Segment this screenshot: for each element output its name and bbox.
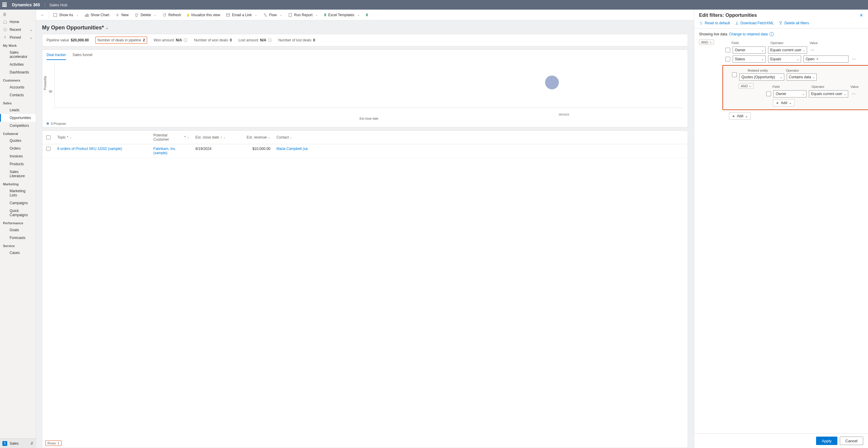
area-switcher[interactable]: S Sales ⇵ bbox=[0, 438, 36, 448]
retained-data-link[interactable]: Change to retained data bbox=[729, 32, 768, 36]
row-checkbox[interactable] bbox=[46, 147, 51, 151]
delete-button[interactable]: Delete⌄ bbox=[132, 12, 159, 18]
table-row[interactable]: 6 orders of Product SKU JJ202 (sample) F… bbox=[42, 144, 688, 158]
nav-cases[interactable]: Cases bbox=[0, 249, 36, 257]
row-checkbox[interactable] bbox=[732, 72, 737, 77]
contact-link[interactable]: Maria Campbell (sa bbox=[276, 147, 308, 151]
info-icon[interactable]: i bbox=[770, 32, 774, 36]
nav-label: Pinned bbox=[10, 35, 21, 40]
metrics-bar: Pipeline value$20,000.00 Number of deals… bbox=[42, 34, 688, 46]
app-launcher-icon[interactable] bbox=[2, 2, 7, 7]
nav-forecasts[interactable]: Forecasts bbox=[0, 234, 36, 242]
excel-extra-button[interactable]: X bbox=[364, 12, 371, 18]
view-title[interactable]: My Open Opportunities* ⌄ bbox=[42, 25, 688, 31]
nav-label: Recent bbox=[10, 28, 21, 32]
nav-invoices[interactable]: Invoices bbox=[0, 152, 36, 160]
nav-campaigns[interactable]: Campaigns bbox=[0, 199, 36, 207]
delete-all-filters-button[interactable]: Delete all filters bbox=[779, 21, 809, 25]
nav-recent[interactable]: Recent⌄ bbox=[0, 26, 36, 34]
grid-footer: Rows: 1 bbox=[42, 439, 688, 448]
value-input[interactable]: Open× bbox=[803, 56, 848, 63]
email-link-button[interactable]: Email a Link⌄ bbox=[224, 12, 259, 18]
col-close[interactable]: Est. close date↑⌄ bbox=[192, 131, 235, 144]
nav-sales-literature[interactable]: Sales Literature bbox=[0, 168, 36, 180]
nav-orders[interactable]: Orders bbox=[0, 144, 36, 152]
chart-bubble[interactable] bbox=[545, 76, 559, 89]
nested-group-operator[interactable]: AND⌄ bbox=[739, 83, 754, 89]
nav-quotes[interactable]: Quotes bbox=[0, 137, 36, 144]
more-icon[interactable]: ⋯ bbox=[851, 57, 857, 61]
nav-contacts[interactable]: Contacts bbox=[0, 91, 36, 99]
nav-goals[interactable]: Goals bbox=[0, 226, 36, 234]
svg-rect-3 bbox=[87, 14, 87, 16]
nav-home[interactable]: Home bbox=[0, 18, 36, 26]
chart-ytick: 90 bbox=[49, 90, 52, 93]
row-checkbox[interactable] bbox=[766, 92, 771, 96]
nav-activities[interactable]: Activities bbox=[0, 61, 36, 68]
header-checkbox[interactable] bbox=[42, 131, 54, 144]
customer-link[interactable]: Fabrikam, Inc. (sample) bbox=[153, 147, 176, 155]
filter-row-2: Status Equals Open× ⋯ bbox=[725, 56, 868, 63]
remove-tag-icon[interactable]: × bbox=[816, 57, 818, 61]
nav-accounts[interactable]: Accounts bbox=[0, 83, 36, 91]
nav-leads[interactable]: Leads bbox=[0, 106, 36, 114]
visualize-button[interactable]: ▮Visualize this view bbox=[185, 12, 222, 18]
info-icon[interactable]: i bbox=[268, 38, 272, 42]
field-select[interactable]: Status bbox=[733, 56, 766, 63]
menu-toggle-icon[interactable]: ☰ bbox=[0, 11, 36, 18]
field-select[interactable]: Owner bbox=[773, 90, 806, 98]
excel-icon: X bbox=[366, 13, 368, 17]
new-button[interactable]: New bbox=[113, 12, 131, 18]
cancel-button[interactable]: Cancel bbox=[840, 437, 863, 445]
related-op-select[interactable]: Contains data bbox=[787, 73, 817, 81]
col-customer[interactable]: Potential Customer*⌄ bbox=[150, 131, 192, 144]
nav-opportunities[interactable]: Opportunities bbox=[0, 114, 36, 122]
row-checkbox[interactable] bbox=[725, 48, 730, 53]
close-icon[interactable]: ✕ bbox=[860, 13, 863, 18]
col-contact[interactable]: Contact⌄ bbox=[273, 131, 688, 144]
nav-products[interactable]: Products bbox=[0, 160, 36, 168]
refresh-button[interactable]: Refresh bbox=[160, 12, 183, 18]
nav-marketing-lists[interactable]: Marketing Lists bbox=[0, 187, 36, 199]
svg-rect-5 bbox=[227, 13, 230, 16]
add-button[interactable]: ＋Add⌄ bbox=[729, 112, 750, 119]
tab-deal-tracker[interactable]: Deal tracker bbox=[46, 53, 66, 60]
section-my-work: My Work bbox=[0, 41, 36, 48]
legend-dot-icon bbox=[46, 122, 49, 125]
flow-button[interactable]: Flow⌄ bbox=[261, 12, 284, 18]
metric-lost-amount: Lost amountN/Ai bbox=[238, 38, 272, 42]
nav-quick-campaigns[interactable]: Quick Campaigns bbox=[0, 207, 36, 219]
nested-add-button[interactable]: ＋Add⌄ bbox=[773, 99, 794, 106]
info-icon[interactable]: i bbox=[184, 38, 187, 42]
metric-won-amount: Won amountN/Ai bbox=[154, 38, 188, 42]
col-topic[interactable]: Topic*⌄ bbox=[54, 131, 150, 144]
more-icon[interactable]: ⋯ bbox=[850, 92, 857, 96]
topic-link[interactable]: 6 orders of Product SKU JJ202 (sample) bbox=[57, 147, 122, 151]
field-select[interactable]: Owner bbox=[733, 46, 766, 54]
back-button[interactable]: ← bbox=[38, 12, 47, 18]
operator-select[interactable]: Equals current user bbox=[809, 90, 848, 98]
show-as-button[interactable]: Show As⌄ bbox=[51, 12, 81, 18]
excel-icon: X bbox=[324, 13, 326, 17]
run-report-button[interactable]: Run Report⌄ bbox=[286, 12, 320, 18]
group-operator[interactable]: AND⌄ bbox=[699, 39, 714, 45]
reset-button[interactable]: Reset to default bbox=[699, 21, 730, 25]
excel-templates-button[interactable]: XExcel Templates⌄ bbox=[321, 12, 362, 18]
tab-sales-funnel[interactable]: Sales funnel bbox=[73, 53, 92, 60]
apply-button[interactable]: Apply bbox=[816, 437, 837, 445]
nav-dashboards[interactable]: Dashboards bbox=[0, 68, 36, 76]
col-revenue[interactable]: Est. revenue⌄ bbox=[235, 131, 273, 144]
more-icon[interactable]: ⋯ bbox=[809, 48, 815, 52]
related-entity-select[interactable]: Quotes (Opportunity) bbox=[739, 73, 784, 81]
nav-sales-accelerator[interactable]: Sales accelerator bbox=[0, 48, 36, 61]
operator-select[interactable]: Equals bbox=[768, 56, 801, 63]
download-fetchxml-button[interactable]: Download FetchXML bbox=[735, 21, 774, 25]
rows-count: Rows: 1 bbox=[45, 441, 62, 446]
operator-select[interactable]: Equals current user bbox=[768, 46, 807, 54]
nav-competitors[interactable]: Competitors bbox=[0, 122, 36, 130]
row-checkbox[interactable] bbox=[725, 57, 730, 62]
nav-pinned[interactable]: Pinned⌄ bbox=[0, 34, 36, 41]
related-entity-group: ⤡ ⋯ Related entityOperator Quotes (Oppor… bbox=[722, 65, 868, 110]
panel-actions: Reset to default Download FetchXML Delet… bbox=[694, 21, 868, 29]
show-chart-button[interactable]: Show Chart bbox=[82, 12, 112, 18]
